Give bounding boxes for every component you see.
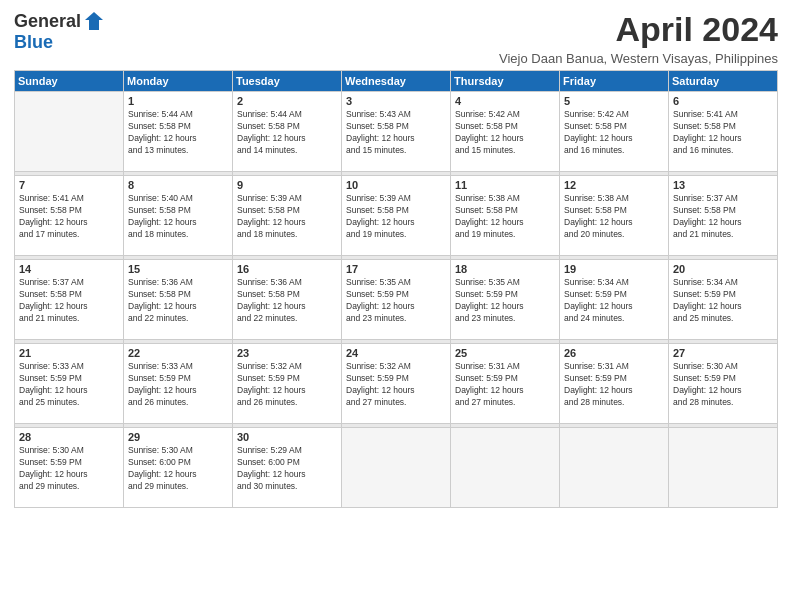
table-row: 24Sunrise: 5:32 AM Sunset: 5:59 PM Dayli… bbox=[342, 344, 451, 424]
header: General Blue April 2024 Viejo Daan Banua… bbox=[14, 10, 778, 66]
day-info: Sunrise: 5:37 AM Sunset: 5:58 PM Dayligh… bbox=[673, 193, 773, 241]
table-row: 16Sunrise: 5:36 AM Sunset: 5:58 PM Dayli… bbox=[233, 260, 342, 340]
day-info: Sunrise: 5:33 AM Sunset: 5:59 PM Dayligh… bbox=[19, 361, 119, 409]
table-row: 18Sunrise: 5:35 AM Sunset: 5:59 PM Dayli… bbox=[451, 260, 560, 340]
table-row: 2Sunrise: 5:44 AM Sunset: 5:58 PM Daylig… bbox=[233, 92, 342, 172]
day-number: 30 bbox=[237, 431, 337, 443]
col-wednesday: Wednesday bbox=[342, 71, 451, 92]
day-number: 17 bbox=[346, 263, 446, 275]
day-number: 5 bbox=[564, 95, 664, 107]
day-info: Sunrise: 5:30 AM Sunset: 6:00 PM Dayligh… bbox=[128, 445, 228, 493]
col-saturday: Saturday bbox=[669, 71, 778, 92]
day-number: 13 bbox=[673, 179, 773, 191]
day-info: Sunrise: 5:40 AM Sunset: 5:58 PM Dayligh… bbox=[128, 193, 228, 241]
table-row: 13Sunrise: 5:37 AM Sunset: 5:58 PM Dayli… bbox=[669, 176, 778, 256]
table-row: 17Sunrise: 5:35 AM Sunset: 5:59 PM Dayli… bbox=[342, 260, 451, 340]
table-row: 22Sunrise: 5:33 AM Sunset: 5:59 PM Dayli… bbox=[124, 344, 233, 424]
title-block: April 2024 Viejo Daan Banua, Western Vis… bbox=[499, 10, 778, 66]
table-row: 1Sunrise: 5:44 AM Sunset: 5:58 PM Daylig… bbox=[124, 92, 233, 172]
day-info: Sunrise: 5:36 AM Sunset: 5:58 PM Dayligh… bbox=[237, 277, 337, 325]
table-row: 27Sunrise: 5:30 AM Sunset: 5:59 PM Dayli… bbox=[669, 344, 778, 424]
calendar: Sunday Monday Tuesday Wednesday Thursday… bbox=[14, 70, 778, 508]
day-info: Sunrise: 5:29 AM Sunset: 6:00 PM Dayligh… bbox=[237, 445, 337, 493]
day-number: 21 bbox=[19, 347, 119, 359]
day-number: 16 bbox=[237, 263, 337, 275]
day-info: Sunrise: 5:32 AM Sunset: 5:59 PM Dayligh… bbox=[237, 361, 337, 409]
table-row: 6Sunrise: 5:41 AM Sunset: 5:58 PM Daylig… bbox=[669, 92, 778, 172]
table-row: 3Sunrise: 5:43 AM Sunset: 5:58 PM Daylig… bbox=[342, 92, 451, 172]
col-monday: Monday bbox=[124, 71, 233, 92]
day-info: Sunrise: 5:35 AM Sunset: 5:59 PM Dayligh… bbox=[455, 277, 555, 325]
day-number: 9 bbox=[237, 179, 337, 191]
table-row bbox=[451, 428, 560, 508]
logo-general-text: General bbox=[14, 11, 81, 32]
table-row: 7Sunrise: 5:41 AM Sunset: 5:58 PM Daylig… bbox=[15, 176, 124, 256]
col-sunday: Sunday bbox=[15, 71, 124, 92]
col-friday: Friday bbox=[560, 71, 669, 92]
table-row: 28Sunrise: 5:30 AM Sunset: 5:59 PM Dayli… bbox=[15, 428, 124, 508]
day-info: Sunrise: 5:34 AM Sunset: 5:59 PM Dayligh… bbox=[673, 277, 773, 325]
day-number: 28 bbox=[19, 431, 119, 443]
day-info: Sunrise: 5:34 AM Sunset: 5:59 PM Dayligh… bbox=[564, 277, 664, 325]
calendar-week-row: 14Sunrise: 5:37 AM Sunset: 5:58 PM Dayli… bbox=[15, 260, 778, 340]
table-row: 10Sunrise: 5:39 AM Sunset: 5:58 PM Dayli… bbox=[342, 176, 451, 256]
day-number: 26 bbox=[564, 347, 664, 359]
table-row: 21Sunrise: 5:33 AM Sunset: 5:59 PM Dayli… bbox=[15, 344, 124, 424]
logo-icon bbox=[83, 10, 105, 32]
day-info: Sunrise: 5:44 AM Sunset: 5:58 PM Dayligh… bbox=[237, 109, 337, 157]
day-info: Sunrise: 5:41 AM Sunset: 5:58 PM Dayligh… bbox=[19, 193, 119, 241]
table-row: 12Sunrise: 5:38 AM Sunset: 5:58 PM Dayli… bbox=[560, 176, 669, 256]
page: General Blue April 2024 Viejo Daan Banua… bbox=[0, 0, 792, 612]
day-number: 8 bbox=[128, 179, 228, 191]
table-row: 23Sunrise: 5:32 AM Sunset: 5:59 PM Dayli… bbox=[233, 344, 342, 424]
day-number: 19 bbox=[564, 263, 664, 275]
day-number: 18 bbox=[455, 263, 555, 275]
table-row bbox=[342, 428, 451, 508]
day-number: 2 bbox=[237, 95, 337, 107]
day-number: 14 bbox=[19, 263, 119, 275]
day-number: 12 bbox=[564, 179, 664, 191]
day-info: Sunrise: 5:38 AM Sunset: 5:58 PM Dayligh… bbox=[564, 193, 664, 241]
location-title: Viejo Daan Banua, Western Visayas, Phili… bbox=[499, 51, 778, 66]
day-number: 6 bbox=[673, 95, 773, 107]
day-info: Sunrise: 5:44 AM Sunset: 5:58 PM Dayligh… bbox=[128, 109, 228, 157]
table-row: 11Sunrise: 5:38 AM Sunset: 5:58 PM Dayli… bbox=[451, 176, 560, 256]
logo: General Blue bbox=[14, 10, 105, 53]
calendar-week-row: 1Sunrise: 5:44 AM Sunset: 5:58 PM Daylig… bbox=[15, 92, 778, 172]
table-row: 29Sunrise: 5:30 AM Sunset: 6:00 PM Dayli… bbox=[124, 428, 233, 508]
day-info: Sunrise: 5:30 AM Sunset: 5:59 PM Dayligh… bbox=[19, 445, 119, 493]
table-row: 26Sunrise: 5:31 AM Sunset: 5:59 PM Dayli… bbox=[560, 344, 669, 424]
day-info: Sunrise: 5:39 AM Sunset: 5:58 PM Dayligh… bbox=[346, 193, 446, 241]
day-number: 27 bbox=[673, 347, 773, 359]
calendar-week-row: 21Sunrise: 5:33 AM Sunset: 5:59 PM Dayli… bbox=[15, 344, 778, 424]
table-row bbox=[669, 428, 778, 508]
day-number: 24 bbox=[346, 347, 446, 359]
day-number: 15 bbox=[128, 263, 228, 275]
table-row: 14Sunrise: 5:37 AM Sunset: 5:58 PM Dayli… bbox=[15, 260, 124, 340]
day-number: 25 bbox=[455, 347, 555, 359]
day-number: 23 bbox=[237, 347, 337, 359]
table-row: 15Sunrise: 5:36 AM Sunset: 5:58 PM Dayli… bbox=[124, 260, 233, 340]
day-info: Sunrise: 5:42 AM Sunset: 5:58 PM Dayligh… bbox=[455, 109, 555, 157]
table-row: 9Sunrise: 5:39 AM Sunset: 5:58 PM Daylig… bbox=[233, 176, 342, 256]
table-row bbox=[15, 92, 124, 172]
day-number: 20 bbox=[673, 263, 773, 275]
day-info: Sunrise: 5:36 AM Sunset: 5:58 PM Dayligh… bbox=[128, 277, 228, 325]
calendar-week-row: 28Sunrise: 5:30 AM Sunset: 5:59 PM Dayli… bbox=[15, 428, 778, 508]
col-thursday: Thursday bbox=[451, 71, 560, 92]
day-info: Sunrise: 5:38 AM Sunset: 5:58 PM Dayligh… bbox=[455, 193, 555, 241]
day-number: 11 bbox=[455, 179, 555, 191]
day-info: Sunrise: 5:43 AM Sunset: 5:58 PM Dayligh… bbox=[346, 109, 446, 157]
day-info: Sunrise: 5:32 AM Sunset: 5:59 PM Dayligh… bbox=[346, 361, 446, 409]
table-row bbox=[560, 428, 669, 508]
day-info: Sunrise: 5:39 AM Sunset: 5:58 PM Dayligh… bbox=[237, 193, 337, 241]
calendar-week-row: 7Sunrise: 5:41 AM Sunset: 5:58 PM Daylig… bbox=[15, 176, 778, 256]
table-row: 4Sunrise: 5:42 AM Sunset: 5:58 PM Daylig… bbox=[451, 92, 560, 172]
col-tuesday: Tuesday bbox=[233, 71, 342, 92]
day-number: 3 bbox=[346, 95, 446, 107]
table-row: 19Sunrise: 5:34 AM Sunset: 5:59 PM Dayli… bbox=[560, 260, 669, 340]
day-number: 29 bbox=[128, 431, 228, 443]
day-number: 4 bbox=[455, 95, 555, 107]
table-row: 20Sunrise: 5:34 AM Sunset: 5:59 PM Dayli… bbox=[669, 260, 778, 340]
table-row: 5Sunrise: 5:42 AM Sunset: 5:58 PM Daylig… bbox=[560, 92, 669, 172]
